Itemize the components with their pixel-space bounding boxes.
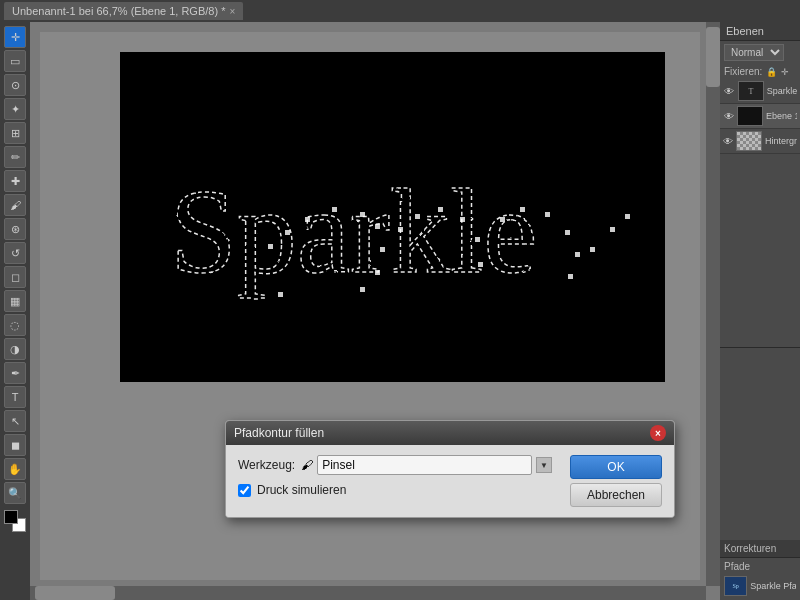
select-arrow-icon[interactable]: ▼ [536,457,552,473]
druck-row: Druck simulieren [238,483,552,497]
druck-label[interactable]: Druck simulieren [257,483,346,497]
svg-rect-19 [575,252,580,257]
vertical-scroll-thumb[interactable] [706,27,720,87]
blend-mode-row: Normal [720,41,800,64]
werkzeug-label: Werkzeug: [238,458,295,472]
sparkle-text-path: Sparkle [170,165,537,298]
corrections-divider [720,347,800,348]
gradient-icon: ▦ [10,295,20,308]
zoom-icon: 🔍 [8,487,22,500]
healing-btn[interactable]: ✚ [4,170,26,192]
eye-icon-layer1[interactable]: 👁 [723,110,734,122]
svg-rect-2 [305,217,310,222]
dodge-icon: ◑ [10,343,20,356]
svg-rect-24 [278,292,283,297]
horizontal-scroll-thumb[interactable] [35,586,115,600]
layer-item-text[interactable]: 👁 T Sparkle [720,79,800,104]
cancel-button[interactable]: Abbrechen [570,483,662,507]
lasso-icon: ⊙ [11,79,20,92]
dialog-body: Werkzeug: 🖌 Pinsel ▼ Druck simulieren OK [226,445,674,517]
svg-rect-18 [565,230,570,235]
eraser-icon: ◻ [11,271,20,284]
layer-item-bg[interactable]: 👁 Hintergrund [720,129,800,154]
clone-icon: ⊛ [11,223,20,236]
layer-name-bg: Hintergrund [765,136,797,146]
svg-rect-8 [360,287,365,292]
layer-thumb-bg [736,131,762,151]
ok-button[interactable]: OK [570,455,662,479]
dialog-title: Pfadkontur füllen [234,426,324,440]
dialog-fields: Werkzeug: 🖌 Pinsel ▼ Druck simulieren [238,455,552,497]
gradient-btn[interactable]: ▦ [4,290,26,312]
lasso-btn[interactable]: ⊙ [4,74,26,96]
crop-btn[interactable]: ⊞ [4,122,26,144]
dialog-content: Werkzeug: 🖌 Pinsel ▼ Druck simulieren OK [238,455,662,507]
dodge-btn[interactable]: ◑ [4,338,26,360]
foreground-color-swatch[interactable] [4,510,18,524]
eye-icon-text-layer[interactable]: 👁 [723,85,735,97]
top-bar: Unbenannt-1 bei 66,7% (Ebene 1, RGB/8) *… [0,0,800,22]
healing-icon: ✚ [11,175,20,188]
tab-label: Unbenannt-1 bei 66,7% (Ebene 1, RGB/8) * [12,5,225,17]
history-brush-icon: ↺ [11,247,20,260]
layer-item-1[interactable]: 👁 Ebene 1 [720,104,800,129]
path-item[interactable]: Sp Sparkle Pfad [724,575,796,597]
layer-thumb-1 [737,106,763,126]
move-tool-btn[interactable]: ✛ [4,26,26,48]
svg-rect-20 [568,274,573,279]
svg-rect-14 [478,262,483,267]
horizontal-scrollbar[interactable] [30,586,706,600]
svg-rect-3 [332,207,337,212]
svg-rect-4 [360,212,365,217]
history-brush-btn[interactable]: ↺ [4,242,26,264]
fixieren-label: Fixieren: [724,66,762,77]
svg-rect-21 [590,247,595,252]
eraser-btn[interactable]: ◻ [4,266,26,288]
crop-icon: ⊞ [11,127,20,140]
path-select-icon: ↖ [11,415,20,428]
brush-btn[interactable]: 🖌 [4,194,26,216]
svg-rect-11 [438,207,443,212]
path-name: Sparkle Pfad [750,581,796,591]
pen-icon: ✒ [11,367,20,380]
sparkle-path-svg: Sparkle [120,52,665,382]
svg-rect-16 [520,207,525,212]
pen-btn[interactable]: ✒ [4,362,26,384]
right-panel: Ebenen Normal Fixieren: 🔒 ✛ 👁 T Sparkle … [720,22,800,600]
werkzeug-row: Werkzeug: 🖌 Pinsel ▼ [238,455,552,475]
eyedropper-icon: ✏ [11,151,20,164]
layer-thumb-text: T [738,81,764,101]
document-tab[interactable]: Unbenannt-1 bei 66,7% (Ebene 1, RGB/8) *… [4,2,243,20]
fix-row: Fixieren: 🔒 ✛ [720,64,800,79]
svg-rect-10 [415,214,420,219]
tab-close-btn[interactable]: × [229,6,235,17]
svg-rect-1 [285,230,290,235]
layers-title: Ebenen [726,25,764,37]
dialog-close-button[interactable]: × [650,425,666,441]
hand-btn[interactable]: ✋ [4,458,26,480]
clone-btn[interactable]: ⊛ [4,218,26,240]
shape-btn[interactable]: ◼ [4,434,26,456]
svg-rect-7 [375,270,380,275]
layers-panel-header: Ebenen [720,22,800,41]
svg-rect-0 [268,244,273,249]
magic-wand-btn[interactable]: ✦ [4,98,26,120]
rectangle-select-btn[interactable]: ▭ [4,50,26,72]
dialog-buttons: OK Abbrechen [570,455,662,507]
zoom-btn[interactable]: 🔍 [4,482,26,504]
druck-checkbox[interactable] [238,484,251,497]
werkzeug-dropdown[interactable]: Pinsel [317,455,532,475]
vertical-scrollbar[interactable] [706,22,720,586]
svg-rect-5 [375,224,380,229]
shape-icon: ◼ [11,439,20,452]
path-select-btn[interactable]: ↖ [4,410,26,432]
hand-icon: ✋ [8,463,22,476]
blur-btn[interactable]: ◌ [4,314,26,336]
brush-icon-small: 🖌 [301,458,313,472]
rect-select-icon: ▭ [10,55,20,68]
type-btn[interactable]: T [4,386,26,408]
eye-icon-bg[interactable]: 👁 [723,135,733,147]
blend-mode-select[interactable]: Normal [724,44,784,61]
eyedropper-btn[interactable]: ✏ [4,146,26,168]
corrections-header: Korrekturen [720,540,800,557]
